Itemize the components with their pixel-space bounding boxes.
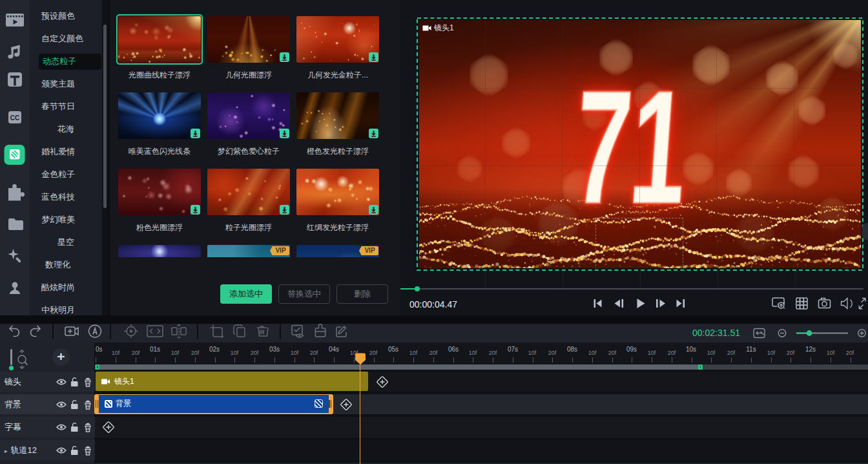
svg-text:CC: CC — [10, 114, 19, 121]
